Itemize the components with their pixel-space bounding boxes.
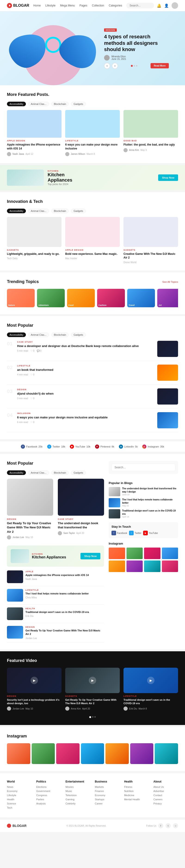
search-input[interactable] [126,3,154,8]
stay-facebook[interactable]: f Facebook [112,531,127,535]
prev-button[interactable]: ‹ [104,63,110,69]
tab-gadgets[interactable]: Gadgets [71,102,86,106]
social-twitter[interactable]: t Twitter 18k [47,444,65,449]
pop-tab-2[interactable]: Animal Clas... [28,333,49,337]
footer-item[interactable]: Lifestyle [7,794,32,797]
bell-icon[interactable]: 🔔 [157,3,161,8]
footer-item[interactable]: Gaming [65,798,90,801]
stay-youtube[interactable]: ▶ YouTube [143,531,158,535]
nav-lifestyle[interactable]: Lifestyle [45,4,56,7]
banner-shop-button[interactable]: Shop Now [158,175,178,181]
ig-item-4[interactable] [162,548,178,559]
inno-card-2[interactable]: APPLE DESIGN Bold new experience. Same M… [65,217,120,264]
ig-big-7[interactable] [155,743,178,764]
footer-item[interactable]: Medicine [124,794,149,797]
ig-item-2[interactable] [126,548,143,559]
nav-mega-menu[interactable]: Mega Menu [60,4,75,7]
ig-big-4[interactable] [81,743,104,764]
trending-img-6[interactable]: Art [157,289,178,307]
footer-item[interactable]: Fitness [124,785,149,788]
read-more-button[interactable]: Read More [151,63,169,68]
list-item[interactable]: The underrated design book that transfor… [109,487,178,496]
list-item[interactable]: LIFESTYLE The I tool that helps remote t… [7,589,104,604]
ig-big-2[interactable] [32,743,55,764]
footer-item[interactable]: Celebrity [65,802,90,805]
footer-item[interactable]: Television [65,794,90,797]
list-item[interactable]: APPLE Apple reimagines the iPhone experi… [7,570,104,586]
pop-tab-1[interactable]: Accessibility [7,333,26,337]
footer-item[interactable]: Privacy [153,802,178,805]
sidebar-search-input[interactable] [112,464,175,471]
nav-pages[interactable]: Pages [79,4,87,7]
play-button-1[interactable]: ▶ [31,677,38,684]
footer-item[interactable]: Congress [36,794,61,797]
logo[interactable]: BLOGAR [7,3,29,8]
footer-item[interactable]: Contact [153,794,178,797]
footer-item[interactable]: Music [65,790,90,793]
nav-collection[interactable]: Collection [92,4,104,7]
list-item[interactable]: 04 INCLUSION 6 ways you can make your de… [7,412,178,432]
list-item[interactable]: The I tool that helps remote teams colla… [109,498,178,507]
play-button-3[interactable]: ▶ [147,677,154,684]
tab-blockchain[interactable]: Blockchain [51,102,69,106]
list-item[interactable]: 02 LIFESTYLE an book that transformed 4 … [7,365,178,385]
footer-item[interactable]: Analysis [36,802,61,805]
trending-img-2[interactable]: Adventure [37,289,65,307]
post-card[interactable]: LIFESTYLE 6 ways you can make your desig… [65,110,120,156]
ig-item-1[interactable] [109,548,125,559]
social-linkedin[interactable]: in LinkedIn 5k [119,444,137,449]
footer-item[interactable]: News [7,785,32,788]
ig-big-3[interactable] [56,743,80,764]
fv-card-3[interactable]: ▶ LIFESTYLE Traditional design won't sav… [123,668,178,713]
footer-item[interactable]: Economy [7,790,32,793]
social-youtube[interactable]: ▶ YouTube 10k [70,444,90,449]
pop2-tab-3[interactable]: Blockchain [51,470,69,475]
fv-card-2[interactable]: ▶ GADGETS Get Ready To Up Your Creative … [65,668,120,713]
fv-card-1[interactable]: ▶ DESIGN Security isn't just a technolog… [7,668,62,713]
footer-item[interactable]: Career [95,802,120,805]
footer-item[interactable]: Mental Health [124,798,149,801]
footer-item[interactable]: Movies [65,785,90,788]
pop-tab-4[interactable]: Gadgets [71,333,86,337]
footer-item[interactable]: Elections [36,785,61,788]
footer-logo[interactable]: BLOGAR [7,824,27,828]
trending-img-3[interactable]: Food [67,289,95,307]
list-item[interactable]: 03 DESIGN d(and shouldn't) do when 3 min… [7,389,178,408]
footer-item[interactable]: About Us [153,785,178,788]
main-banner-btn[interactable]: Shop Now [81,553,100,559]
post-card[interactable]: APPLE DESIGN Apple reimagines the iPhone… [7,110,62,156]
ig-big-6[interactable] [130,743,154,764]
popular2-card-1[interactable]: DESIGN Get Ready To Up Your Creative Gam… [7,479,53,542]
trending-see-all[interactable]: See All Topics [162,280,178,283]
social-instagram[interactable]: ☆ Instagram 35k [142,444,164,449]
tab-accessibility[interactable]: Accessibility [7,102,26,106]
footer-item[interactable]: Government [36,790,61,793]
footer-facebook-icon[interactable]: f [158,823,163,828]
inno-tab-2[interactable]: Animal Clas... [28,209,49,213]
ig-item-8[interactable] [162,560,178,572]
nav-categories[interactable]: Categories [109,4,122,7]
list-item[interactable]: DESIGN Get Ready To Up Your Creative Gam… [7,626,104,643]
footer-twitter-icon[interactable]: t [165,823,171,828]
tab-animal[interactable]: Animal Clas... [28,102,49,106]
trending-img-5[interactable]: Travel [127,289,155,307]
footer-item[interactable]: Health [7,798,32,801]
pop2-tab-2[interactable]: Animal Clas... [28,470,49,475]
ig-big-1[interactable] [7,743,30,764]
avatar[interactable] [172,2,178,9]
footer-item[interactable]: Tech [7,806,32,809]
footer-item[interactable]: Finance [95,790,120,793]
inno-tab-3[interactable]: Blockchain [51,209,69,213]
nav-home[interactable]: Home [33,4,41,7]
footer-item[interactable]: Economy [95,794,120,797]
stay-twitter[interactable]: t Twitter [129,531,141,535]
inno-tab-4[interactable]: Gadgets [71,209,86,213]
footer-item[interactable]: Parties [36,798,61,801]
popular2-card-2[interactable]: CASE STUDY The underrated design book th… [58,479,104,542]
play-button-2[interactable]: ▶ [89,677,96,684]
social-facebook[interactable]: f Facebook 25k [21,444,42,449]
list-item[interactable]: Traditional design won't save us in the … [109,509,178,519]
ig-item-5[interactable] [109,560,125,572]
ig-item-3[interactable] [144,548,160,559]
footer-item[interactable]: Nutrition [124,790,149,793]
